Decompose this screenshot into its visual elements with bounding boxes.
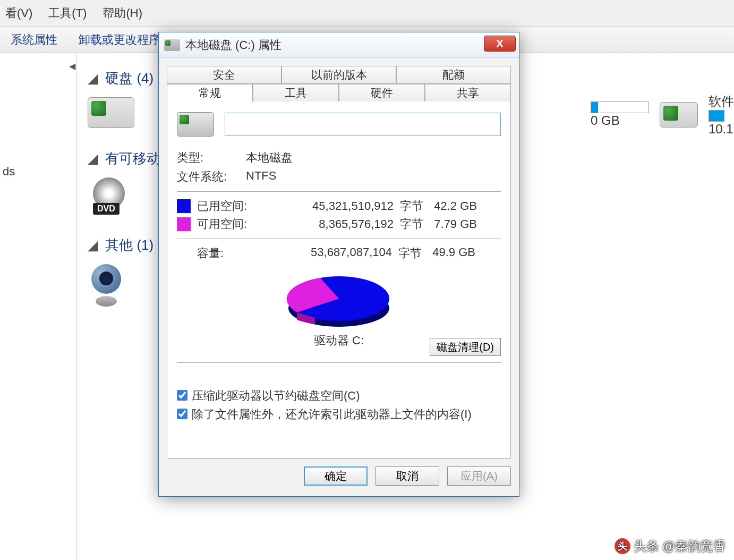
type-label: 类型:	[177, 150, 246, 166]
capacity-bytes: 53,687,087,104	[259, 245, 392, 261]
chevron-down-icon: ◢	[88, 150, 98, 166]
used-space-gb: 42.2 GB	[426, 199, 477, 213]
toolbar-uninstall[interactable]: 卸载或更改程序	[79, 32, 160, 48]
tab-hardware[interactable]: 硬件	[339, 84, 425, 102]
chevron-down-icon: ◢	[88, 237, 98, 253]
drive-val-text: 10.1	[709, 122, 734, 137]
ok-button[interactable]: 确定	[304, 466, 368, 486]
menu-tools[interactable]: 工具(T)	[48, 5, 87, 21]
compress-label: 压缩此驱动器以节约磁盘空间(C)	[192, 388, 360, 404]
drive-icon	[177, 112, 214, 137]
index-label: 除了文件属性外，还允许索引此驱动器上文件的内容(I)	[192, 406, 472, 422]
apply-button[interactable]: 应用(A)	[447, 466, 511, 486]
watermark: 头 头条 @秦韵竞香	[614, 538, 726, 555]
tab-quota[interactable]: 配额	[396, 66, 511, 84]
hdd-icon[interactable]	[88, 97, 134, 128]
capacity-label: 容量:	[177, 245, 259, 261]
webcam-icon[interactable]	[88, 264, 125, 307]
watermark-author: @秦韵竞香	[662, 538, 726, 555]
used-space-label: 已用空间:	[197, 198, 261, 214]
drive-icon	[164, 39, 180, 51]
dvd-drive-icon[interactable]: DVD	[88, 177, 134, 215]
watermark-prefix: 头条	[634, 538, 659, 555]
sidebar-item[interactable]: ds	[3, 165, 74, 179]
free-space-gb: 7.79 GB	[426, 217, 477, 231]
index-checkbox[interactable]	[177, 409, 187, 419]
properties-dialog: 本地磁盘 (C:) 属性 X 安全 以前的版本 配额 常规 工具 硬件 共享 类…	[158, 32, 519, 497]
drive-name-input[interactable]	[225, 113, 501, 136]
drive-size-text: 0 GB	[591, 113, 649, 128]
section-other-label: 其他 (1)	[105, 237, 153, 253]
tab-sharing[interactable]: 共享	[425, 84, 511, 102]
close-button[interactable]: X	[484, 36, 516, 52]
free-space-label: 可用空间:	[197, 216, 261, 232]
menu-view[interactable]: 看(V)	[5, 5, 32, 21]
type-value: 本地磁盘	[246, 150, 293, 166]
used-space-bytes: 45,321,510,912	[261, 199, 394, 213]
capacity-unit: 字节	[398, 245, 425, 261]
drive-usage-bar	[591, 101, 649, 113]
capacity-gb: 49.9 GB	[425, 245, 475, 261]
chevron-down-icon: ◢	[88, 70, 98, 86]
used-space-unit: 字节	[400, 198, 426, 214]
compress-checkbox[interactable]	[177, 390, 187, 401]
cancel-button[interactable]: 取消	[375, 466, 439, 486]
disk-usage-pie-chart	[283, 271, 395, 329]
section-hdd-label: 硬盘 (4)	[105, 70, 153, 86]
hdd-icon[interactable]	[660, 102, 698, 128]
dialog-titlebar[interactable]: 本地磁盘 (C:) 属性 X	[159, 32, 519, 58]
tab-security[interactable]: 安全	[167, 66, 281, 84]
toutiao-logo-icon: 头	[614, 538, 630, 554]
filesystem-value: NTFS	[246, 169, 276, 185]
section-removable-label: 有可移动	[105, 150, 160, 166]
dialog-title: 本地磁盘 (C:) 属性	[185, 37, 281, 53]
toolbar-system-properties[interactable]: 系统属性	[11, 32, 57, 48]
free-space-swatch	[177, 217, 191, 231]
tab-general[interactable]: 常规	[167, 84, 253, 102]
drive-soft-label: 软件	[709, 93, 734, 110]
menu-help[interactable]: 帮助(H)	[103, 5, 142, 21]
disk-cleanup-button[interactable]: 磁盘清理(D)	[430, 338, 501, 356]
filesystem-label: 文件系统:	[177, 169, 246, 185]
free-space-unit: 字节	[400, 216, 426, 232]
used-space-swatch	[177, 199, 191, 213]
drive-usage-bar-2	[709, 110, 724, 122]
tab-previous-versions[interactable]: 以前的版本	[281, 66, 396, 84]
chevron-left-icon[interactable]: ◀	[69, 61, 75, 71]
tab-tools[interactable]: 工具	[253, 84, 339, 102]
free-space-bytes: 8,365,576,192	[261, 217, 394, 231]
